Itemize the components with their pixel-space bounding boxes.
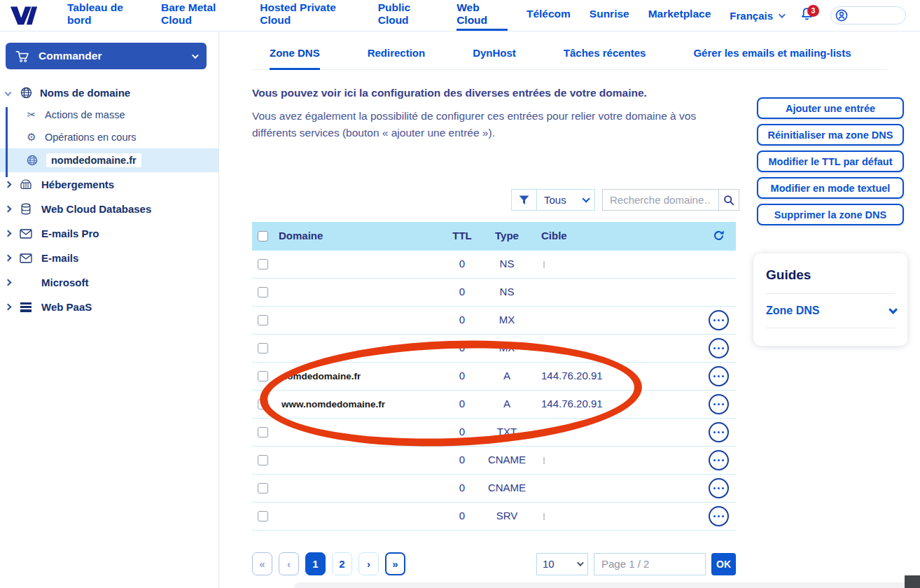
intro-lead: Vous pouvez voir ici la configuration de… <box>252 87 742 99</box>
search-button[interactable] <box>718 189 739 211</box>
sidebar-group-noms-de-domaine[interactable]: Noms de domaine <box>0 82 218 104</box>
account-search-field[interactable] <box>830 6 906 24</box>
nav-marketplace[interactable]: Marketplace <box>648 0 711 31</box>
language-selector[interactable]: Français <box>730 10 783 22</box>
ovh-logo-icon <box>10 4 39 27</box>
row-checkbox[interactable] <box>258 343 268 354</box>
row-actions-button[interactable] <box>709 422 729 442</box>
column-header-type: Type <box>486 230 528 241</box>
page-number-input[interactable] <box>594 553 706 575</box>
guides-zone-dns-link[interactable]: Zone DNS <box>766 304 895 317</box>
envelope-icon <box>19 229 33 239</box>
refresh-icon <box>713 230 725 241</box>
domain-search-input[interactable] <box>602 189 718 211</box>
row-checkbox[interactable] <box>258 259 268 270</box>
intro-body: Vous avez également la possibilité de co… <box>252 108 742 141</box>
sidebar-item-web-paas[interactable]: Web PaaS <box>0 295 218 320</box>
sidebar-item-operations-en-cours[interactable]: ⚙ Opérations en cours <box>0 126 218 148</box>
select-all-checkbox[interactable] <box>258 231 268 241</box>
gear-icon: ⚙ <box>25 131 38 144</box>
order-button[interactable]: Commander <box>6 43 207 69</box>
nav-bare-metal-cloud[interactable]: Bare Metal Cloud <box>161 0 241 31</box>
table-header: Domaine TTL Type Cible <box>252 222 736 251</box>
chevron-down-icon <box>779 11 786 18</box>
page-size-select[interactable]: 10 <box>536 553 588 575</box>
sidebar-item-web-cloud-databases[interactable]: Web Cloud Databases <box>0 197 218 221</box>
nav-sunrise[interactable]: Sunrise <box>590 0 629 31</box>
tab-zone-dns[interactable]: Zone DNS <box>270 47 320 70</box>
table-filter-bar: Tous <box>511 189 739 211</box>
ok-button[interactable]: OK <box>711 553 736 575</box>
cell-type: MX <box>486 314 528 326</box>
table-row: 0 SRV <box>252 503 736 531</box>
row-actions-button[interactable] <box>709 450 729 470</box>
cell-ttl: 0 <box>448 454 476 465</box>
row-actions-button[interactable] <box>709 506 729 526</box>
tab-redirection[interactable]: Redirection <box>368 47 426 70</box>
pagination-last[interactable]: » <box>385 552 405 575</box>
pagination-page-2[interactable]: 2 <box>332 552 352 575</box>
pagination-page-1[interactable]: 1 <box>305 552 326 575</box>
table-row-a-record: nomdedomaine.fr 0 A 144.76.20.91 <box>252 363 736 391</box>
sidebar-group-label: Noms de domaine <box>40 87 130 99</box>
sidebar: Commander Noms de domaine ✂ Actions de m… <box>0 31 219 588</box>
order-button-label: Commander <box>39 50 102 62</box>
tab-taches-recentes[interactable]: Tâches récentes <box>564 47 646 70</box>
pagination-prev[interactable]: ‹ <box>279 552 299 575</box>
row-checkbox[interactable] <box>258 483 268 493</box>
refresh-button[interactable] <box>713 230 725 244</box>
row-checkbox[interactable] <box>258 371 268 382</box>
delete-zone-button[interactable]: Supprimer la zone DNS <box>757 204 904 225</box>
chevron-down-icon <box>582 195 590 202</box>
cell-ttl: 0 <box>448 482 476 493</box>
notifications-button[interactable]: 3 <box>800 7 814 24</box>
nav-web-cloud[interactable]: Web Cloud <box>456 0 508 31</box>
sidebar-item-microsoft[interactable]: Microsoft <box>0 270 218 295</box>
nav-tableau-de-bord[interactable]: Tableau de bord <box>67 0 142 31</box>
add-entry-button[interactable]: Ajouter une entrée <box>757 97 904 119</box>
cell-type: NS <box>486 258 528 270</box>
row-checkbox[interactable] <box>258 455 268 465</box>
row-actions-button[interactable] <box>709 478 729 498</box>
nav-hosted-private-cloud[interactable]: Hosted Private Cloud <box>260 0 358 31</box>
notification-badge: 3 <box>807 5 819 17</box>
row-checkbox[interactable] <box>258 511 268 522</box>
tab-gerer-emails[interactable]: Gérer les emails et mailing-lists <box>693 47 851 70</box>
tab-dynhost[interactable]: DynHost <box>473 47 516 70</box>
sidebar-item-emails[interactable]: E-mails <box>0 246 218 270</box>
cell-type: A <box>486 370 528 382</box>
nav-telecom[interactable]: Télécom <box>527 0 571 31</box>
edit-ttl-button[interactable]: Modifier le TTL par défaut <box>757 150 904 172</box>
divider <box>766 293 895 294</box>
row-actions-button[interactable] <box>709 338 729 358</box>
sidebar-item-nomdedomaine-fr[interactable]: nomdedomaine.fr <box>0 148 218 172</box>
scissors-icon: ✂ <box>25 108 38 121</box>
row-actions-button[interactable] <box>709 310 729 330</box>
pagination-first[interactable]: « <box>252 552 272 575</box>
zone-dns-intro: Vous pouvez voir ici la configuration de… <box>252 87 742 141</box>
pagination-next[interactable]: › <box>358 552 379 575</box>
filter-button[interactable] <box>511 189 536 211</box>
cell-domaine: nomdedomaine.fr <box>281 371 361 382</box>
record-type-select[interactable]: Tous <box>536 189 595 211</box>
row-actions-button[interactable] <box>709 394 729 414</box>
chevron-right-icon <box>5 181 12 188</box>
sidebar-item-hebergements[interactable]: Hébergements <box>0 172 218 197</box>
row-checkbox[interactable] <box>258 287 268 298</box>
edit-text-mode-button[interactable]: Modifier en mode textuel <box>757 177 904 199</box>
row-checkbox[interactable] <box>258 399 268 410</box>
language-label: Français <box>730 10 773 22</box>
ovh-logo[interactable] <box>10 0 39 31</box>
nav-public-cloud[interactable]: Public Cloud <box>378 0 438 31</box>
sidebar-item-actions-de-masse[interactable]: ✂ Actions de masse <box>0 104 218 126</box>
reset-zone-button[interactable]: Réinitialiser ma zone DNS <box>757 124 904 146</box>
row-actions-button[interactable] <box>709 366 729 386</box>
row-checkbox[interactable] <box>258 315 268 326</box>
row-checkbox[interactable] <box>258 427 268 438</box>
cell-ttl: 0 <box>448 398 476 410</box>
ovh-manager-app: Tableau de bord Bare Metal Cloud Hosted … <box>0 0 920 588</box>
sidebar-item-emails-pro[interactable]: E-mails Pro <box>0 221 218 246</box>
chevron-right-icon <box>5 279 12 286</box>
pagination-controls: 10 OK <box>536 553 736 575</box>
table-row: 0 TXT <box>252 419 736 447</box>
